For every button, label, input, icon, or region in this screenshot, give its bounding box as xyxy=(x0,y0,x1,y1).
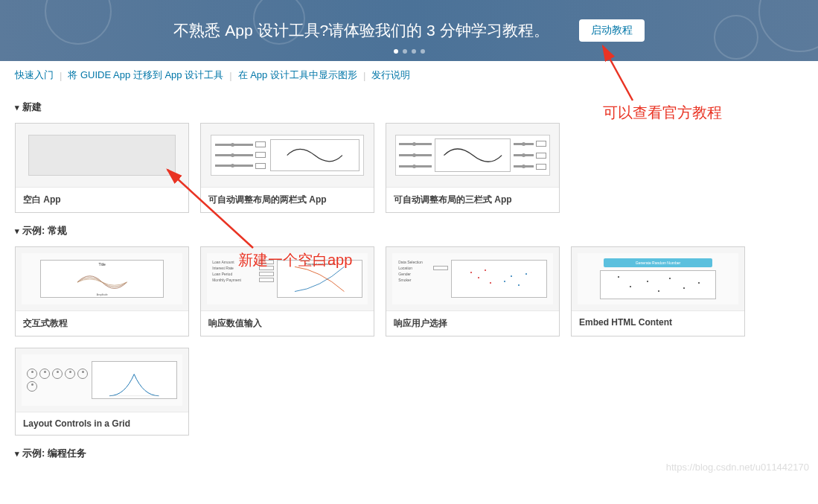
svg-text:Principal and Interest: Principal and Interest xyxy=(305,261,335,265)
carousel-dot[interactable] xyxy=(394,49,398,54)
card-interactive-tutorial[interactable]: Title Amplitude 交互式教程 xyxy=(15,246,189,336)
section-title: 示例: 编程任务 xyxy=(22,447,86,460)
watermark-text: https://blog.csdn.net/u011442170 xyxy=(666,462,809,473)
svg-text:Amplitude: Amplitude xyxy=(97,293,108,296)
card-label: Layout Controls in a Grid xyxy=(16,412,188,435)
link-quickstart[interactable]: 快速入门 xyxy=(15,68,54,82)
section-title: 新建 xyxy=(22,101,42,114)
carousel-dot[interactable] xyxy=(403,49,407,54)
examples-general-row: Title Amplitude 交互式教程 Loan Amount xyxy=(15,246,803,336)
card-label: 交互式教程 xyxy=(16,310,188,336)
card-three-column-app[interactable]: 可自动调整布局的三栏式 App xyxy=(386,123,560,213)
card-preview: Title Amplitude xyxy=(16,247,188,310)
card-label: Embed HTML Content xyxy=(572,310,744,334)
main-content: 新建 空白 App 可自动调整布 xyxy=(0,89,818,484)
section-header-new[interactable]: 新建 xyxy=(15,89,803,123)
card-preview xyxy=(201,124,374,187)
card-preview: Generate Random Number xyxy=(572,247,744,310)
carousel-dot[interactable] xyxy=(412,49,416,54)
examples-general-row-2: Layout Controls in a Grid xyxy=(15,348,803,436)
card-blank-app[interactable]: 空白 App xyxy=(15,123,189,213)
card-label: 响应数值输入 xyxy=(201,310,374,336)
three-col-preview xyxy=(395,135,549,176)
separator: | xyxy=(363,70,365,81)
card-respond-user-selection[interactable]: Data Selection Location Gender Smoker xyxy=(386,246,560,336)
separator: | xyxy=(60,70,62,81)
card-label: 可自动调整布局的三栏式 App xyxy=(386,187,559,212)
card-preview: Data Selection Location Gender Smoker xyxy=(386,247,559,310)
carousel-dot[interactable] xyxy=(421,49,425,54)
card-preview xyxy=(16,124,188,187)
help-links-row: 快速入门 | 将 GUIDE App 迁移到 App 设计工具 | 在 App … xyxy=(0,61,818,89)
link-release-notes[interactable]: 发行说明 xyxy=(371,68,410,82)
tutorial-banner: 不熟悉 App 设计工具?请体验我们的 3 分钟学习教程。 启动教程 xyxy=(0,0,818,61)
card-preview xyxy=(386,124,559,187)
banner-text: 不熟悉 App 设计工具?请体验我们的 3 分钟学习教程。 xyxy=(173,20,549,41)
card-preview xyxy=(16,348,188,412)
separator: | xyxy=(229,70,231,81)
carousel-dots[interactable] xyxy=(394,49,425,54)
card-label: 响应用户选择 xyxy=(386,310,559,336)
card-preview: Loan Amount Interest Rate Loan Period Mo… xyxy=(201,247,374,310)
new-templates-row: 空白 App 可自动调整布局的两栏式 App xyxy=(15,123,803,213)
card-label: 空白 App xyxy=(16,187,188,212)
section-title: 示例: 常规 xyxy=(22,224,67,237)
card-respond-numeric-input[interactable]: Loan Amount Interest Rate Loan Period Mo… xyxy=(200,246,374,336)
link-display-graphics[interactable]: 在 App 设计工具中显示图形 xyxy=(238,68,357,82)
card-layout-controls-grid[interactable]: Layout Controls in a Grid xyxy=(15,348,189,436)
card-two-column-app[interactable]: 可自动调整布局的两栏式 App xyxy=(200,123,374,213)
section-header-examples-general[interactable]: 示例: 常规 xyxy=(15,213,803,246)
blank-preview-box xyxy=(28,135,176,176)
svg-text:Title: Title xyxy=(98,261,105,266)
start-tutorial-button[interactable]: 启动教程 xyxy=(579,19,645,42)
card-label: 可自动调整布局的两栏式 App xyxy=(201,187,374,212)
card-embed-html-content[interactable]: Generate Random Number Embed HTML Conten… xyxy=(571,246,745,336)
two-col-preview xyxy=(211,135,363,176)
link-migrate-guide[interactable]: 将 GUIDE App 迁移到 App 设计工具 xyxy=(68,68,223,82)
